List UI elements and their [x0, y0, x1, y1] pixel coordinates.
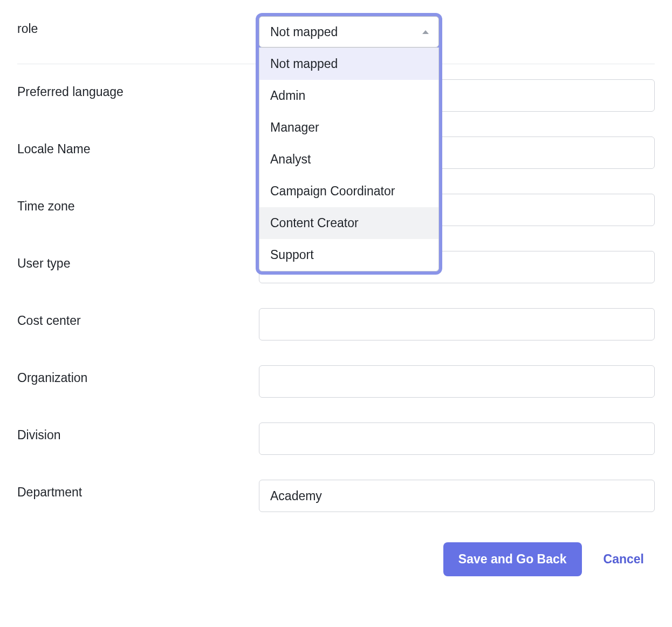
department-input[interactable]	[259, 480, 655, 512]
caret-up-icon	[422, 30, 429, 34]
role-option-2[interactable]: Manager	[259, 112, 438, 144]
time-zone-label: Time zone	[17, 194, 259, 214]
role-option-0[interactable]: Not mapped	[259, 48, 438, 80]
user-type-label: User type	[17, 251, 259, 271]
department-label: Department	[17, 480, 259, 500]
role-option-6[interactable]: Support	[259, 239, 438, 271]
role-select[interactable]: Not mapped	[259, 16, 439, 47]
role-option-1[interactable]: Admin	[259, 80, 438, 112]
role-dropdown-panel: Not mappedAdminManagerAnalystCampaign Co…	[259, 47, 439, 271]
role-option-4[interactable]: Campaign Coordinator	[259, 175, 438, 207]
locale-name-label: Locale Name	[17, 137, 259, 156]
organization-input[interactable]	[259, 365, 655, 398]
preferred-language-label: Preferred language	[17, 79, 259, 99]
role-select-value: Not mapped	[270, 25, 338, 39]
role-option-3[interactable]: Analyst	[259, 144, 438, 175]
save-and-go-back-button[interactable]: Save and Go Back	[443, 542, 582, 576]
cost-center-input[interactable]	[259, 308, 655, 340]
cost-center-label: Cost center	[17, 308, 259, 328]
cancel-button[interactable]: Cancel	[604, 552, 644, 567]
organization-label: Organization	[17, 365, 259, 385]
division-label: Division	[17, 422, 259, 442]
role-label: role	[17, 16, 259, 36]
division-input[interactable]	[259, 422, 655, 455]
role-option-5[interactable]: Content Creator	[259, 207, 438, 239]
